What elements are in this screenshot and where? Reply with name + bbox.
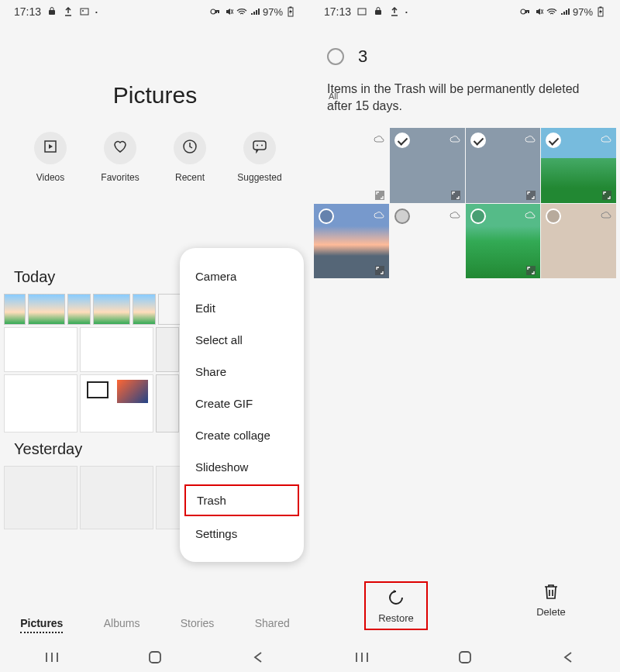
dot-icon: •: [95, 9, 98, 16]
select-all-circle[interactable]: [327, 48, 344, 65]
status-bar: 17:13 • 97%: [310, 0, 620, 23]
phone-right: 17:13 • 97% 3 All Items in the Trash wil…: [310, 0, 620, 672]
overflow-menu: Camera Edit Select all Share Create GIF …: [180, 248, 304, 562]
tab-shared[interactable]: Shared: [255, 617, 290, 633]
svg-point-14: [521, 9, 525, 14]
expand-icon: [451, 189, 460, 198]
svg-rect-16: [600, 7, 602, 9]
thumb[interactable]: [80, 466, 153, 529]
menu-camera[interactable]: Camera: [180, 260, 304, 292]
vpn-icon: [520, 6, 531, 17]
nav-back[interactable]: [250, 649, 267, 666]
cloud-icon: [450, 208, 460, 216]
thumb[interactable]: [4, 374, 78, 432]
tab-pictures[interactable]: Pictures: [20, 617, 63, 633]
menu-share[interactable]: Share: [180, 356, 304, 388]
expand-icon: [375, 189, 384, 198]
restore-button[interactable]: Restore: [364, 581, 428, 630]
thumb[interactable]: [156, 374, 179, 432]
menu-slideshow[interactable]: Slideshow: [180, 451, 304, 483]
thumb[interactable]: [28, 294, 65, 325]
nav-home[interactable]: [456, 649, 474, 666]
action-label: Videos: [36, 172, 64, 183]
thumb[interactable]: [4, 327, 78, 372]
bottom-actions: Restore Delete: [310, 570, 620, 641]
action-label: Recent: [175, 172, 205, 183]
check-icon: [319, 208, 334, 224]
cloud-icon: [525, 133, 536, 140]
mute-icon: [223, 6, 234, 17]
menu-select-all[interactable]: Select all: [180, 324, 304, 356]
battery-icon: [595, 6, 606, 17]
thumb[interactable]: [67, 294, 91, 325]
svg-rect-1: [81, 9, 88, 15]
action-videos[interactable]: Videos: [23, 132, 78, 183]
cloud-icon: [374, 208, 384, 216]
thumb[interactable]: [80, 327, 153, 372]
svg-rect-13: [375, 10, 381, 15]
action-suggested[interactable]: Suggested: [232, 132, 287, 183]
upload-icon: [63, 6, 74, 17]
expand-icon: [526, 264, 536, 274]
status-bar: 17:13 • 97%: [0, 0, 310, 23]
menu-settings[interactable]: Settings: [180, 518, 304, 550]
trash-item[interactable]: [314, 204, 389, 279]
battery-text: 97%: [263, 6, 283, 18]
thumb[interactable]: [158, 294, 181, 325]
menu-trash[interactable]: Trash: [184, 484, 299, 516]
thumb[interactable]: [4, 466, 78, 529]
action-recent[interactable]: Recent: [163, 132, 217, 183]
trash-item[interactable]: [390, 128, 465, 203]
check-icon: [546, 133, 561, 148]
selection-count: 3: [358, 47, 367, 67]
thumb[interactable]: [4, 294, 26, 325]
svg-rect-0: [49, 10, 55, 15]
expand-icon: [375, 264, 384, 274]
cloud-icon: [450, 133, 460, 140]
svg-rect-11: [150, 652, 160, 663]
tab-stories[interactable]: Stories: [181, 617, 215, 633]
svg-rect-12: [358, 9, 366, 15]
svg-rect-5: [290, 7, 292, 9]
trash-item[interactable]: [314, 128, 389, 203]
trash-item[interactable]: [466, 204, 541, 279]
trash-message: Items in the Trash will be permanently d…: [310, 73, 620, 123]
selection-header: 3: [310, 23, 620, 73]
status-time: 17:13: [324, 5, 351, 18]
menu-create-gif[interactable]: Create GIF: [180, 388, 304, 419]
dot-icon: •: [405, 9, 408, 16]
trash-item[interactable]: [390, 204, 465, 279]
nav-back[interactable]: [560, 649, 577, 666]
delete-button[interactable]: Delete: [536, 581, 566, 630]
clock-icon: [182, 139, 198, 157]
action-label: Restore: [378, 612, 414, 624]
check-icon: [394, 208, 410, 224]
nav-home[interactable]: [146, 649, 164, 666]
tab-albums[interactable]: Albums: [104, 617, 140, 633]
select-all-label: All: [329, 91, 338, 101]
phone-left: 17:13 • 97% Pictures Videos Favorites: [0, 0, 310, 672]
cloud-icon: [525, 208, 536, 216]
svg-point-3: [211, 9, 215, 14]
menu-edit[interactable]: Edit: [180, 292, 304, 324]
action-label: Favorites: [101, 172, 139, 183]
trash-item[interactable]: [541, 204, 616, 279]
bag-icon: [373, 6, 384, 17]
wifi-icon: [546, 6, 557, 17]
thumb[interactable]: [93, 294, 130, 325]
action-favorites[interactable]: Favorites: [93, 132, 147, 183]
thumb[interactable]: [80, 374, 153, 432]
trash-icon: [541, 581, 561, 601]
svg-rect-23: [460, 652, 470, 663]
trash-item[interactable]: [541, 128, 616, 203]
trash-item[interactable]: [466, 128, 541, 203]
nav-bar: [0, 643, 310, 672]
nav-recents[interactable]: [353, 649, 370, 666]
thumb[interactable]: [156, 327, 179, 372]
wifi-icon: [236, 6, 247, 17]
menu-create-collage[interactable]: Create collage: [180, 419, 304, 451]
thumb[interactable]: [133, 294, 156, 325]
mute-icon: [533, 6, 544, 17]
nav-recents[interactable]: [43, 649, 60, 666]
action-label: Suggested: [237, 172, 281, 183]
